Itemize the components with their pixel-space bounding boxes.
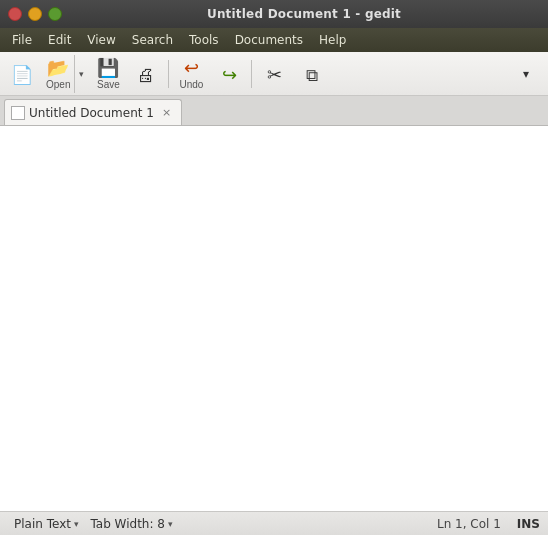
save-button[interactable]: Save bbox=[90, 55, 126, 93]
menu-item-file[interactable]: File bbox=[4, 31, 40, 49]
tab-title: Untitled Document 1 bbox=[29, 106, 154, 120]
menubar: FileEditViewSearchToolsDocumentsHelp bbox=[0, 28, 548, 52]
editor-area bbox=[0, 126, 548, 511]
statusbar: Plain Text ▾ Tab Width: 8 ▾ Ln 1, Col 1 … bbox=[0, 511, 548, 535]
menu-item-view[interactable]: View bbox=[79, 31, 123, 49]
close-window-button[interactable] bbox=[8, 7, 22, 21]
undo-label: Undo bbox=[180, 79, 204, 90]
menu-item-edit[interactable]: Edit bbox=[40, 31, 79, 49]
tabwidth-dropdown-icon: ▾ bbox=[168, 519, 173, 529]
print-icon bbox=[137, 64, 155, 84]
document-tab[interactable]: Untitled Document 1 × bbox=[4, 99, 182, 125]
menu-item-documents[interactable]: Documents bbox=[227, 31, 311, 49]
copy-button[interactable] bbox=[294, 55, 330, 93]
language-label: Plain Text bbox=[14, 517, 71, 531]
cut-button[interactable] bbox=[256, 55, 292, 93]
more-icon: ▾ bbox=[523, 67, 529, 81]
tabwidth-label: Tab Width: 8 bbox=[90, 517, 164, 531]
minimize-window-button[interactable] bbox=[28, 7, 42, 21]
status-right: Ln 1, Col 1 INS bbox=[433, 517, 540, 531]
save-icon bbox=[97, 57, 119, 77]
open-dropdown-button[interactable]: ▾ bbox=[74, 55, 88, 93]
open-button[interactable]: Open bbox=[42, 55, 74, 93]
maximize-window-button[interactable] bbox=[48, 7, 62, 21]
more-button[interactable]: ▾ bbox=[508, 55, 544, 93]
undo-button[interactable]: Undo bbox=[173, 55, 209, 93]
titlebar: Untitled Document 1 - gedit bbox=[0, 0, 548, 28]
cut-icon bbox=[267, 64, 282, 84]
toolbar: Open ▾ Save Undo ▾ bbox=[0, 52, 548, 96]
insert-mode: INS bbox=[517, 517, 540, 531]
print-button[interactable] bbox=[128, 55, 164, 93]
editor-textarea[interactable] bbox=[0, 126, 548, 511]
new-icon bbox=[11, 64, 33, 84]
language-dropdown-icon: ▾ bbox=[74, 519, 79, 529]
tab-close-button[interactable]: × bbox=[160, 106, 173, 119]
menu-item-help[interactable]: Help bbox=[311, 31, 354, 49]
window-title: Untitled Document 1 - gedit bbox=[68, 7, 540, 21]
cursor-position: Ln 1, Col 1 bbox=[433, 517, 505, 531]
tabwidth-selector[interactable]: Tab Width: 8 ▾ bbox=[84, 514, 178, 534]
open-button-group: Open ▾ bbox=[42, 55, 88, 93]
new-button[interactable] bbox=[4, 55, 40, 93]
open-dropdown-icon: ▾ bbox=[79, 69, 84, 79]
menu-item-search[interactable]: Search bbox=[124, 31, 181, 49]
open-label: Open bbox=[46, 79, 70, 90]
undo-icon bbox=[184, 57, 199, 77]
toolbar-separator-2 bbox=[251, 60, 252, 88]
tabbar: Untitled Document 1 × bbox=[0, 96, 548, 126]
copy-icon bbox=[306, 64, 318, 84]
redo-button[interactable] bbox=[211, 55, 247, 93]
save-label: Save bbox=[97, 79, 120, 90]
open-icon bbox=[47, 57, 69, 77]
language-selector[interactable]: Plain Text ▾ bbox=[8, 514, 84, 534]
tab-doc-icon bbox=[11, 106, 25, 120]
menu-item-tools[interactable]: Tools bbox=[181, 31, 227, 49]
toolbar-separator-1 bbox=[168, 60, 169, 88]
redo-icon bbox=[222, 64, 237, 84]
